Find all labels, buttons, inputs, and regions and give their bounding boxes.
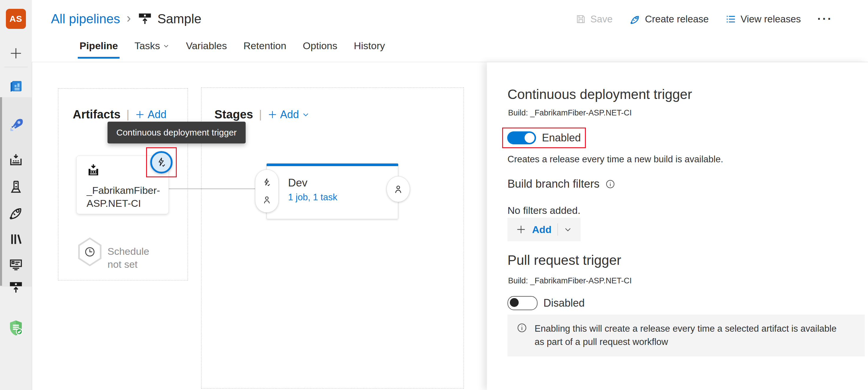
add-artifact-button[interactable]: Add xyxy=(135,109,166,121)
add-branch-filter-label: Add xyxy=(532,224,551,235)
tab-tasks[interactable]: Tasks xyxy=(134,40,169,59)
left-nav-rail: AS xyxy=(0,0,32,390)
add-artifact-label: Add xyxy=(148,109,166,121)
save-label: Save xyxy=(591,13,613,25)
pr-toggle-label: Disabled xyxy=(544,297,585,309)
stage-name: Dev xyxy=(288,177,308,189)
shield-check-icon xyxy=(6,319,25,337)
cd-trigger-title: Continuous deployment trigger xyxy=(507,86,692,102)
stages-header: Stages | Add xyxy=(214,108,310,121)
releases-rocket-icon xyxy=(8,204,24,221)
pre-deployment-conditions[interactable] xyxy=(255,169,279,213)
toggle-knob xyxy=(525,133,535,143)
sidebar-item-pipelines[interactable] xyxy=(0,117,32,134)
pr-toggle-row: Disabled xyxy=(507,296,585,310)
create-release-rocket-icon xyxy=(629,13,641,25)
page-header: All pipelines › Sample Save xyxy=(32,0,868,62)
cd-trigger-tooltip: Continuous deployment trigger xyxy=(107,122,246,144)
cd-toggle-highlight: Enabled xyxy=(502,127,586,148)
pr-trigger-toggle[interactable] xyxy=(507,296,537,310)
breadcrumb-all-pipelines-link[interactable]: All pipelines xyxy=(51,11,120,26)
build-branch-filters-title: Build branch filters xyxy=(507,178,600,190)
command-bar: Save Create release View releases xyxy=(575,12,833,26)
chevron-down-icon xyxy=(302,111,310,118)
tab-pipeline[interactable]: Pipeline xyxy=(80,40,118,59)
cd-trigger-toggle[interactable] xyxy=(507,131,536,144)
view-releases-label: View releases xyxy=(741,13,801,25)
sidebar-item-deployment-groups[interactable] xyxy=(0,280,32,295)
artifact-name: _FabrikamFiber-ASP.NET-CI xyxy=(87,184,165,210)
chevron-down-icon[interactable] xyxy=(564,226,572,234)
cd-trigger-highlight xyxy=(146,147,177,177)
rail-divider xyxy=(4,67,28,67)
pr-trigger-build: Build: _FabrikamFiber-ASP.NET-CI xyxy=(508,276,632,286)
cd-trigger-button[interactable] xyxy=(150,151,173,174)
divider: | xyxy=(259,108,262,121)
stage-card-dev[interactable]: Dev 1 job, 1 task xyxy=(267,163,398,219)
tab-history[interactable]: History xyxy=(354,40,385,59)
tab-retention[interactable]: Retention xyxy=(244,40,287,59)
deployment-groups-icon xyxy=(8,280,24,295)
plus-icon xyxy=(268,110,277,119)
build-artifact-icon xyxy=(87,163,100,177)
release-pipeline-icon xyxy=(137,11,153,27)
add-stage-button[interactable]: Add xyxy=(268,109,310,121)
sidebar-item-builds[interactable] xyxy=(0,153,32,168)
builds-icon xyxy=(8,153,24,168)
save-button[interactable]: Save xyxy=(575,13,613,25)
release-pipeline-editor: AS xyxy=(0,0,868,390)
plus-icon xyxy=(135,110,145,119)
view-releases-button[interactable]: View releases xyxy=(725,13,801,25)
add-branch-filter-button[interactable]: Add xyxy=(507,218,581,241)
sidebar-item-task-groups[interactable] xyxy=(0,257,32,272)
pipelines-rocket-icon xyxy=(8,117,24,134)
save-icon xyxy=(575,13,586,25)
page-title: Sample xyxy=(157,11,201,26)
sidebar-item-releases[interactable] xyxy=(0,204,32,221)
clock-icon xyxy=(84,246,96,258)
plus-icon xyxy=(9,47,23,60)
lightning-check-icon xyxy=(156,157,167,168)
trigger-settings-panel: Continuous deployment trigger Build: _Fa… xyxy=(487,62,868,390)
avatar[interactable]: AS xyxy=(6,9,26,29)
lightning-check-icon xyxy=(262,178,272,187)
pr-trigger-title: Pull request trigger xyxy=(507,252,621,268)
plus-icon xyxy=(516,224,526,235)
task-groups-icon xyxy=(8,257,24,272)
add-project-button[interactable] xyxy=(0,47,32,60)
more-actions-button[interactable]: ··· xyxy=(817,12,833,26)
breadcrumb-separator: › xyxy=(127,10,131,25)
post-deployment-conditions[interactable] xyxy=(386,176,410,202)
stage-jobs-link[interactable]: 1 job, 1 task xyxy=(288,192,337,203)
create-release-label: Create release xyxy=(645,13,709,25)
create-release-button[interactable]: Create release xyxy=(629,13,709,25)
schedule-label: Schedule not set xyxy=(107,245,158,271)
info-icon xyxy=(516,322,528,349)
info-icon[interactable] xyxy=(605,179,616,189)
divider: | xyxy=(126,108,129,121)
list-icon xyxy=(725,13,736,25)
add-stage-label: Add xyxy=(280,109,299,121)
button-divider xyxy=(558,223,558,236)
sidebar-item-overview[interactable] xyxy=(0,78,32,94)
overview-icon xyxy=(8,78,24,94)
build-branch-filters-header: Build branch filters xyxy=(507,178,616,190)
library-icon xyxy=(8,232,24,247)
pr-trigger-info-text: Enabling this will create a release ever… xyxy=(535,322,847,349)
tab-options[interactable]: Options xyxy=(303,40,337,59)
sidebar-item-library[interactable] xyxy=(0,232,32,247)
tab-bar: Pipeline Tasks Variables Retention Optio… xyxy=(80,40,385,59)
no-filters-text: No filters added. xyxy=(507,205,581,216)
cd-trigger-description: Creates a release every time a new build… xyxy=(507,154,723,164)
stages-title: Stages xyxy=(214,108,253,121)
artifacts-header: Artifacts | Add xyxy=(73,108,166,121)
sidebar-item-compliance[interactable] xyxy=(0,319,32,337)
tab-variables[interactable]: Variables xyxy=(186,40,227,59)
pr-trigger-info-box: Enabling this will create a release ever… xyxy=(507,314,865,356)
schedule-badge-inner xyxy=(79,239,101,265)
deployment-pools-icon xyxy=(8,179,24,194)
sidebar-item-deployment-pools[interactable] xyxy=(0,179,32,194)
breadcrumb: All pipelines › Sample xyxy=(51,10,202,27)
artifact-stage-connector xyxy=(168,188,255,189)
cd-toggle-label: Enabled xyxy=(542,132,581,144)
